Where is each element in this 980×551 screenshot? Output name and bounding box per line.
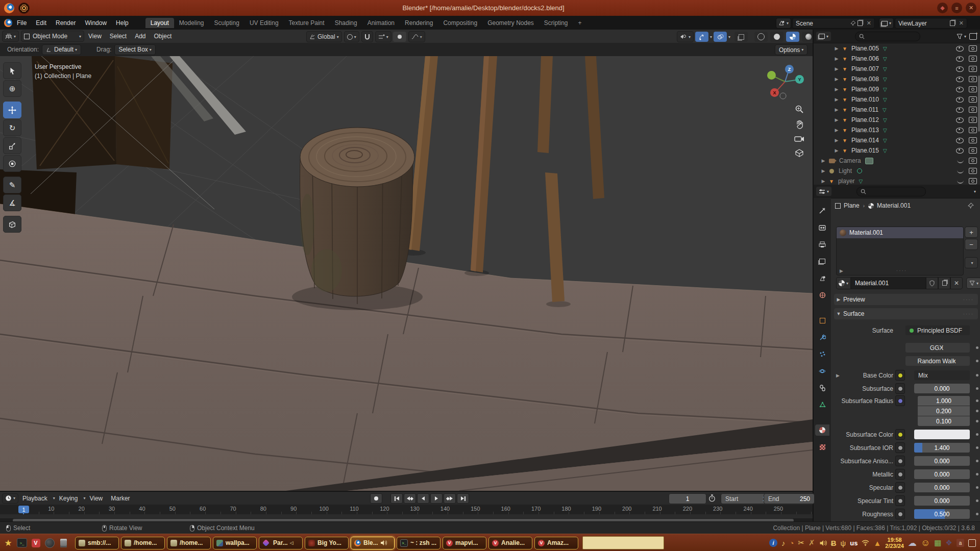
drag-selector[interactable]: Select Box ▾ xyxy=(114,44,155,55)
select-box-tool[interactable] xyxy=(3,62,21,79)
decorator-dot[interactable] xyxy=(976,410,978,412)
socket-gray[interactable] xyxy=(895,383,905,394)
menu-keying[interactable]: Keying xyxy=(55,495,82,502)
outliner-item-plane[interactable]: ▶ ▼ Plane.008 ▽ xyxy=(814,74,980,84)
window-maximize-button[interactable]: ≡ xyxy=(951,3,962,13)
pin-icon[interactable] xyxy=(968,203,974,209)
menu-view[interactable]: View xyxy=(85,495,107,502)
proportional-falloff-selector[interactable]: ▾ xyxy=(408,31,425,42)
play-reverse-button[interactable] xyxy=(417,493,429,504)
weather-tray-icon[interactable]: ☁ xyxy=(908,538,917,548)
tab-compositing[interactable]: Compositing xyxy=(438,18,482,28)
menu-star-icon[interactable]: ★ xyxy=(3,537,14,548)
taskbar-window-zsh[interactable]: >_~ : zsh ... xyxy=(397,537,440,549)
new-viewlayer-icon[interactable] xyxy=(950,20,955,26)
browse-material-button[interactable]: ▾ xyxy=(836,277,851,289)
subsurface-anisotropy-field[interactable]: 0.000 xyxy=(914,456,970,466)
add-cube-tool[interactable] xyxy=(3,216,21,233)
outliner-item-light[interactable]: ▶ Light xyxy=(814,166,980,176)
socket-gray[interactable] xyxy=(895,495,905,506)
mic-muted-icon[interactable]: ✗ xyxy=(808,538,815,547)
new-collection-button[interactable]: + xyxy=(969,33,977,40)
visibility-eye-icon[interactable] xyxy=(956,148,964,154)
measure-tool[interactable]: ∡ xyxy=(3,194,21,211)
menu-view[interactable]: View xyxy=(84,33,106,40)
visibility-eye-icon[interactable] xyxy=(956,66,964,72)
menu-file[interactable]: File xyxy=(12,19,31,27)
visibility-eye-icon[interactable] xyxy=(956,87,964,92)
tab-output[interactable] xyxy=(815,239,829,250)
properties-search-input[interactable] xyxy=(866,187,909,195)
tab-texture[interactable] xyxy=(815,441,829,453)
terminal-launcher-icon[interactable]: >_ xyxy=(16,537,28,548)
outliner-item-plane[interactable]: ▶ ▼ Plane.009 ▽ xyxy=(814,84,980,94)
socket-yellow[interactable] xyxy=(895,429,905,440)
menu-window[interactable]: Window xyxy=(80,19,111,27)
pivot-point-selector[interactable]: ▾ xyxy=(344,31,359,42)
bluetooth-tray-icon[interactable]: Ƀ xyxy=(831,539,837,547)
outliner-item-plane[interactable]: ▶ ▼ Plane.013 ▽ xyxy=(814,125,980,135)
expand-arrow-icon[interactable]: ▶ xyxy=(836,373,840,378)
expand-arrow-icon[interactable]: ▶ xyxy=(833,56,840,61)
gizmo-y-axis[interactable]: Y xyxy=(795,75,804,84)
add-slot-button[interactable]: + xyxy=(965,227,978,238)
tab-object[interactable] xyxy=(815,315,829,326)
decorator-dot[interactable] xyxy=(976,346,978,349)
socket-gray[interactable] xyxy=(895,442,905,453)
smiley-tray-icon[interactable]: ☺ xyxy=(921,538,930,548)
current-frame-field[interactable]: 1 xyxy=(669,493,706,504)
frame-end-field[interactable]: End 250 xyxy=(764,493,815,504)
overlays-toggle[interactable] xyxy=(714,32,727,42)
outliner-search-input[interactable] xyxy=(865,32,908,40)
auto-keying-button[interactable] xyxy=(370,493,382,504)
fake-user-shield-button[interactable] xyxy=(926,277,938,289)
breadcrumb-object[interactable]: Plane xyxy=(844,202,860,209)
outliner-editor-type-button[interactable]: ▾ xyxy=(816,31,831,41)
workspace-pager[interactable] xyxy=(582,536,664,549)
visibility-eye-icon[interactable] xyxy=(956,56,964,62)
tab-texture-paint[interactable]: Texture Paint xyxy=(284,18,330,28)
render-visibility-icon[interactable] xyxy=(969,147,977,154)
timeline-track[interactable] xyxy=(0,514,813,518)
jump-to-end-button[interactable] xyxy=(457,493,469,504)
visibility-eye-icon[interactable] xyxy=(956,97,964,103)
taskbar-window-blender[interactable]: Ble... xyxy=(351,537,395,549)
outliner-item-plane[interactable]: ▶ ▼ Plane.005 ▽ xyxy=(814,43,980,54)
render-visibility-icon[interactable] xyxy=(969,158,977,164)
next-keyframe-button[interactable] xyxy=(444,493,456,504)
snap-toggle[interactable] xyxy=(361,31,373,42)
tab-rendering[interactable]: Rendering xyxy=(400,18,438,28)
socket-yellow[interactable] xyxy=(895,370,905,381)
tab-view-layer[interactable] xyxy=(815,256,829,267)
tab-material[interactable] xyxy=(815,424,829,436)
socket-gray[interactable] xyxy=(895,469,905,480)
shading-wireframe-button[interactable] xyxy=(754,32,768,42)
decorator-dot[interactable] xyxy=(976,420,978,422)
taskbar-window-smb[interactable]: smb://... xyxy=(75,537,119,549)
outliner-item-plane[interactable]: ▶ ▼ Plane.010 ▽ xyxy=(814,94,980,105)
decorator-dot[interactable] xyxy=(976,446,978,449)
expand-arrow-icon[interactable]: ▶ xyxy=(833,128,840,133)
taskbar-window-parole[interactable]: Par...◁ xyxy=(259,537,303,549)
slot-expand-icon[interactable]: ▶ xyxy=(840,268,843,273)
ssr-z-field[interactable]: 0.100 xyxy=(918,416,970,426)
render-visibility-icon[interactable] xyxy=(969,96,977,103)
visibility-hidden-icon[interactable] xyxy=(957,169,964,173)
properties-options-icon[interactable]: ▾ xyxy=(974,189,976,194)
timeline-ruler[interactable]: 1020304050607080901001101201301401501601… xyxy=(0,505,813,515)
render-visibility-icon[interactable] xyxy=(969,86,977,92)
gizmo-z-axis[interactable]: Z xyxy=(785,65,794,73)
navigation-gizmo[interactable]: Z Y X xyxy=(765,60,805,101)
menu-render[interactable]: Render xyxy=(51,19,80,27)
copy-material-button[interactable] xyxy=(938,277,950,289)
menu-add[interactable]: Add xyxy=(131,33,150,40)
outliner-item-plane[interactable]: ▶ ▼ Plane.007 ▽ xyxy=(814,64,980,74)
material-slot-item[interactable]: Material.001 xyxy=(837,227,963,238)
breadcrumb-material[interactable]: Material.001 xyxy=(877,202,911,209)
tab-geometry-nodes[interactable]: Geometry Nodes xyxy=(482,18,539,28)
orientation-default-selector[interactable]: Default ▾ xyxy=(42,44,81,55)
gizmo-x-axis[interactable]: X xyxy=(770,88,779,97)
gizmos-toggle[interactable] xyxy=(695,32,708,42)
subsurface-value-field[interactable]: 0.000 xyxy=(914,384,970,393)
unlink-material-button[interactable]: ✕ xyxy=(950,277,963,289)
